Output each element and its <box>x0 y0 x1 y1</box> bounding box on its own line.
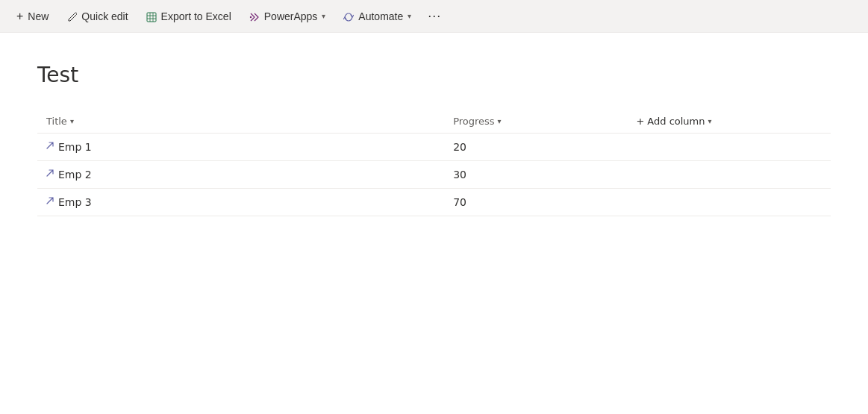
list-table: Title ▾ Progress ▾ + Add column <box>37 110 831 216</box>
toolbar: + New Quick edit Export to Excel <box>0 0 868 33</box>
automate-icon <box>343 10 354 22</box>
more-dots-label: ··· <box>428 8 441 24</box>
row-link-icon <box>46 142 54 151</box>
table-row: Emp 3 70 <box>37 189 831 216</box>
svg-point-5 <box>250 16 252 17</box>
table-row: Emp 1 20 <box>37 134 831 161</box>
row-title-link[interactable]: Emp 3 <box>58 196 92 208</box>
title-column-label: Title <box>46 116 67 127</box>
title-cell: Emp 3 <box>37 189 444 216</box>
more-button[interactable]: ··· <box>422 4 447 28</box>
progress-cell: 70 <box>444 189 627 216</box>
powerapps-icon <box>249 10 260 22</box>
automate-chevron-icon: ▾ <box>408 12 411 20</box>
table-header-row: Title ▾ Progress ▾ + Add column <box>37 110 831 134</box>
automate-button[interactable]: Automate ▾ <box>336 4 419 28</box>
table-row: Emp 2 30 <box>37 161 831 189</box>
pencil-icon <box>66 10 77 22</box>
add-column-plus: + <box>636 116 644 127</box>
new-button[interactable]: + New <box>9 4 56 28</box>
add-column-chevron-icon: ▾ <box>708 117 711 125</box>
column-header-add[interactable]: + Add column ▾ <box>627 110 831 134</box>
progress-column-label: Progress <box>453 116 494 127</box>
title-cell: Emp 1 <box>37 134 444 161</box>
progress-sort-icon: ▾ <box>498 117 502 125</box>
svg-rect-0 <box>147 13 156 22</box>
quick-edit-button[interactable]: Quick edit <box>59 4 135 28</box>
new-label: New <box>28 10 49 22</box>
powerapps-chevron-icon: ▾ <box>322 12 325 20</box>
add-col-cell <box>627 189 831 216</box>
row-link-icon <box>46 197 54 207</box>
quick-edit-label: Quick edit <box>81 10 128 22</box>
powerapps-label: PowerApps <box>264 10 318 22</box>
add-column-label: Add column <box>647 116 705 127</box>
plus-icon: + <box>16 10 23 23</box>
powerapps-button[interactable]: PowerApps ▾ <box>242 4 334 28</box>
excel-icon <box>146 10 157 22</box>
export-excel-label: Export to Excel <box>161 10 231 22</box>
progress-cell: 20 <box>444 134 627 161</box>
column-header-title[interactable]: Title ▾ <box>37 110 444 134</box>
add-col-cell <box>627 161 831 189</box>
list-container: Title ▾ Progress ▾ + Add column <box>37 110 831 216</box>
page-content: Test Title ▾ Progress ▾ <box>0 33 868 231</box>
automate-label: Automate <box>358 10 403 22</box>
progress-cell: 30 <box>444 161 627 189</box>
page-title: Test <box>37 63 831 87</box>
row-link-icon <box>46 169 54 179</box>
row-title-link[interactable]: Emp 1 <box>58 141 92 153</box>
title-sort-icon: ▾ <box>70 117 74 125</box>
row-title-link[interactable]: Emp 2 <box>58 169 92 181</box>
column-header-progress[interactable]: Progress ▾ <box>444 110 627 134</box>
title-cell: Emp 2 <box>37 161 444 189</box>
export-excel-button[interactable]: Export to Excel <box>139 4 239 28</box>
add-col-cell <box>627 134 831 161</box>
